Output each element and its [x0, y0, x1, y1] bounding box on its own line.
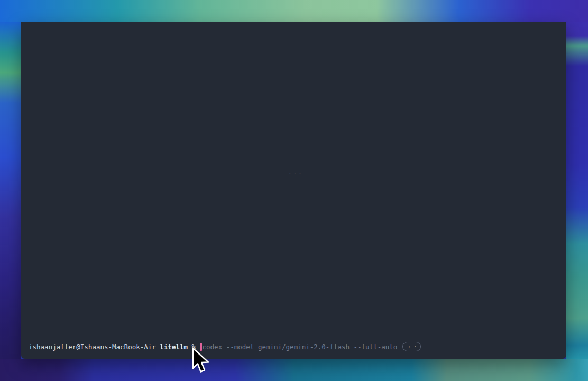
- wallpaper-band-left: [0, 22, 21, 359]
- text-cursor-caret: [200, 343, 202, 351]
- terminal-window[interactable]: ··· ishaanjaffer@Ishaans-MacBook-Air lit…: [21, 22, 566, 359]
- terminal-command-input[interactable]: ishaanjaffer@Ishaans-MacBook-Air litellm…: [21, 334, 566, 359]
- wallpaper-band-right: [566, 22, 588, 359]
- prompt-user-host: ishaanjaffer@Ishaans-MacBook-Air: [29, 343, 156, 351]
- terminal-output-ellipsis: ···: [288, 170, 304, 177]
- wallpaper-band-top: [0, 0, 588, 22]
- accept-suggestion-hint-badge: → ·: [402, 342, 421, 351]
- prompt-directory: litellm: [160, 343, 188, 351]
- prompt-symbol: %: [192, 343, 196, 351]
- wallpaper-band-bottom: [0, 359, 588, 381]
- command-autosuggestion: codex --model gemini/gemini-2.0-flash --…: [203, 343, 398, 351]
